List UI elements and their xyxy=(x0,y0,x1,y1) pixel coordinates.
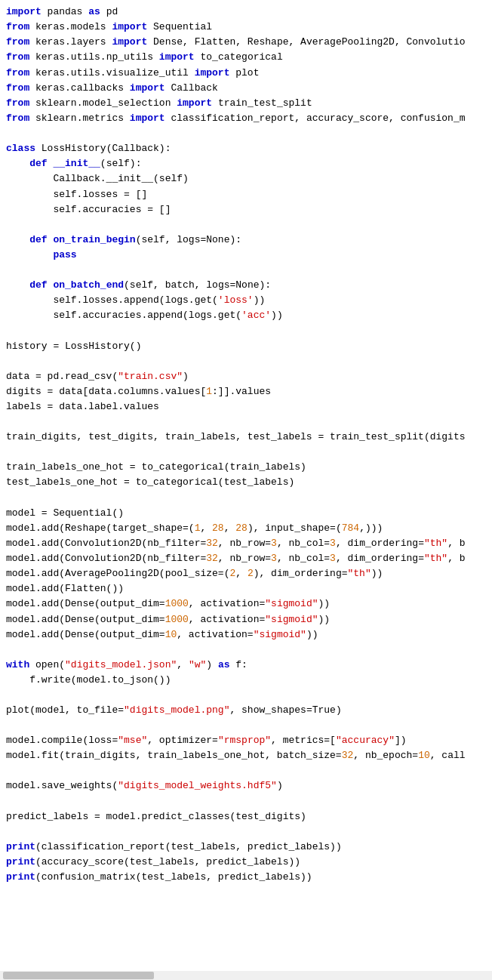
code-line: digits = data[data.columns.values[1:]].v… xyxy=(0,384,492,399)
code-line: model.add(Dense(output_dim=1000, activat… xyxy=(0,596,492,612)
code-line: from sklearn.model_selection import trai… xyxy=(0,96,492,111)
blank-line xyxy=(0,445,492,460)
code-line: plot(model, to_file="digits_model.png", … xyxy=(0,703,492,718)
blank-line xyxy=(0,126,492,141)
code-line: Callback.__init__(self) xyxy=(0,171,492,186)
code-line: model.add(Convolution2D(nb_filter=32, nb… xyxy=(0,551,492,566)
code-line: model.save_weights("digits_model_weights… xyxy=(0,778,492,794)
code-line: from keras.layers import Dense, Flatten,… xyxy=(0,35,492,50)
blank-line xyxy=(0,324,492,339)
code-line: model.compile(loss="mse", optimizer="rms… xyxy=(0,733,492,748)
code-line: def on_train_begin(self, logs=None): xyxy=(0,233,492,248)
code-line: def __init__(self): xyxy=(0,156,492,171)
code-line: print(confusion_matrix(test_labels, pred… xyxy=(0,870,492,885)
blank-line xyxy=(0,354,492,369)
code-line: self.accuracies = [] xyxy=(0,202,492,217)
blank-line xyxy=(0,491,492,506)
blank-line xyxy=(0,263,492,278)
horizontal-scrollbar[interactable] xyxy=(0,971,492,980)
code-line: model.add(AveragePooling2D(pool_size=(2,… xyxy=(0,566,492,581)
blank-line xyxy=(0,414,492,430)
scrollbar-thumb[interactable] xyxy=(3,972,154,979)
code-line: model.add(Dense(output_dim=1000, activat… xyxy=(0,612,492,627)
code-line: model.add(Reshape(target_shape=(1, 28, 2… xyxy=(0,521,492,536)
code-line: history = LossHistory() xyxy=(0,339,492,354)
code-line: test_labels_one_hot = to_categorical(tes… xyxy=(0,475,492,490)
blank-line xyxy=(0,718,492,733)
code-line: from keras.utils.np_utils import to_cate… xyxy=(0,50,492,65)
blank-line xyxy=(0,688,492,703)
code-editor: import pandas as pd from keras.models im… xyxy=(0,0,492,980)
code-line: from keras.utils.visualize_util import p… xyxy=(0,66,492,81)
code-line: class LossHistory(Callback): xyxy=(0,141,492,156)
code-line: from sklearn.metrics import classificati… xyxy=(0,111,492,126)
code-line: pass xyxy=(0,248,492,263)
code-line: import pandas as pd xyxy=(0,5,492,20)
code-line: train_labels_one_hot = to_categorical(tr… xyxy=(0,460,492,475)
code-line: f.write(model.to_json()) xyxy=(0,673,492,688)
code-line: from keras.models import Sequential xyxy=(0,20,492,35)
code-line: model.add(Flatten()) xyxy=(0,581,492,596)
code-line: labels = data.label.values xyxy=(0,399,492,414)
code-line: self.losses.append(logs.get('loss')) xyxy=(0,293,492,308)
code-line: self.accuracies.append(logs.get('acc')) xyxy=(0,308,492,323)
blank-line xyxy=(0,824,492,840)
code-line: train_digits, test_digits, train_labels,… xyxy=(0,430,492,445)
blank-line xyxy=(0,217,492,233)
code-line: from keras.callbacks import Callback xyxy=(0,81,492,96)
blank-line xyxy=(0,643,492,658)
blank-line xyxy=(0,794,492,809)
code-line: with open("digits_model.json", "w") as f… xyxy=(0,658,492,673)
code-line: print(classification_report(test_labels,… xyxy=(0,840,492,855)
blank-line xyxy=(0,763,492,778)
code-line: model = Sequential() xyxy=(0,506,492,521)
code-line: data = pd.read_csv("train.csv") xyxy=(0,369,492,384)
code-line: self.losses = [] xyxy=(0,187,492,202)
code-line: model.add(Convolution2D(nb_filter=32, nb… xyxy=(0,536,492,551)
code-line: model.fit(train_digits, train_labels_one… xyxy=(0,748,492,763)
code-line: model.add(Dense(output_dim=10, activatio… xyxy=(0,627,492,643)
code-line: print(accuracy_score(test_labels, predic… xyxy=(0,855,492,870)
code-line: def on_batch_end(self, batch, logs=None)… xyxy=(0,278,492,293)
code-line: predict_labels = model.predict_classes(t… xyxy=(0,809,492,824)
